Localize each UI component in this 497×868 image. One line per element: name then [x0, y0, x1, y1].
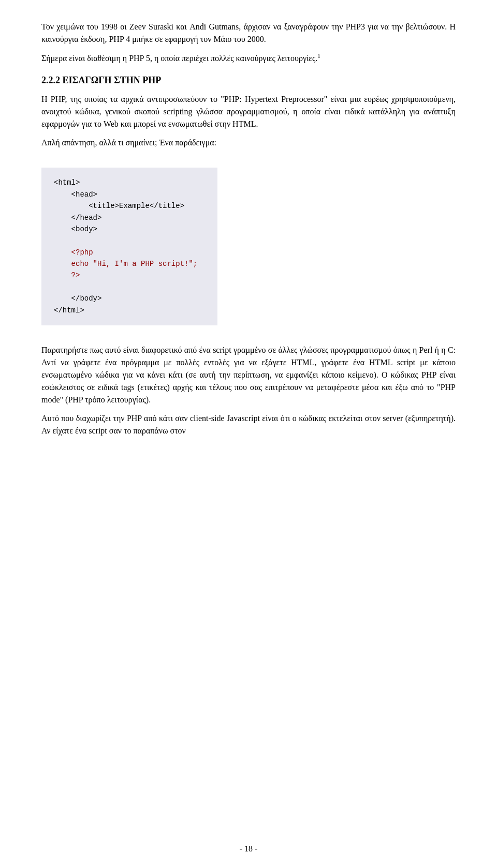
code-line-10: </html> — [54, 306, 84, 315]
footnote-ref-1: 1 — [317, 53, 320, 59]
code-block: <html> <head> <title>Example</title> </h… — [41, 168, 217, 325]
section-paragraph-1: Η PHP, της οποίας τα αρχικά αντιπροσωπεύ… — [41, 93, 456, 130]
code-block-wrapper: <html> <head> <title>Example</title> </h… — [41, 158, 456, 335]
code-line-5: <body> — [54, 225, 97, 233]
code-line-8: ?> — [54, 271, 80, 279]
after-code-paragraph-1: Παρατηρήστε πως αυτό είναι διαφορετικό α… — [41, 344, 456, 406]
section-heading: 2.2.2 ΕΙΣΑΓΩΓΗ ΣΤΗΝ PHP — [41, 75, 456, 86]
simple-answer-text: Απλή απάντηση, αλλά τι σημαίνει; Ένα παρ… — [41, 137, 456, 149]
page-number: - 18 - — [0, 844, 497, 854]
code-line-9: </body> — [54, 294, 101, 303]
paragraph-2: Σήμερα είναι διαθέσιμη η PHP 5, η οποία … — [41, 52, 456, 65]
code-line-1: <html> — [54, 178, 80, 187]
code-line-4: </head> — [54, 214, 101, 222]
code-line-2: <head> — [54, 190, 97, 199]
code-line-6: <?php — [54, 248, 93, 257]
paragraph-2-text: Σήμερα είναι διαθέσιμη η PHP 5, η οποία … — [41, 54, 317, 63]
code-line-3: <title>Example</title> — [54, 202, 184, 210]
page-container: Τον χειμώνα του 1998 οι Zeev Suraski και… — [0, 0, 497, 868]
section-title: ΕΙΣΑΓΩΓΗ ΣΤΗΝ PHP — [63, 75, 162, 85]
paragraph-1: Τον χειμώνα του 1998 οι Zeev Suraski και… — [41, 21, 456, 46]
code-line-7: echo "Hi, I'm a PHP script!"; — [54, 260, 197, 268]
after-code-paragraph-2: Αυτό που διαχωρίζει την PHP από κάτι σαν… — [41, 412, 456, 437]
section-number: 2.2.2 — [41, 75, 60, 85]
